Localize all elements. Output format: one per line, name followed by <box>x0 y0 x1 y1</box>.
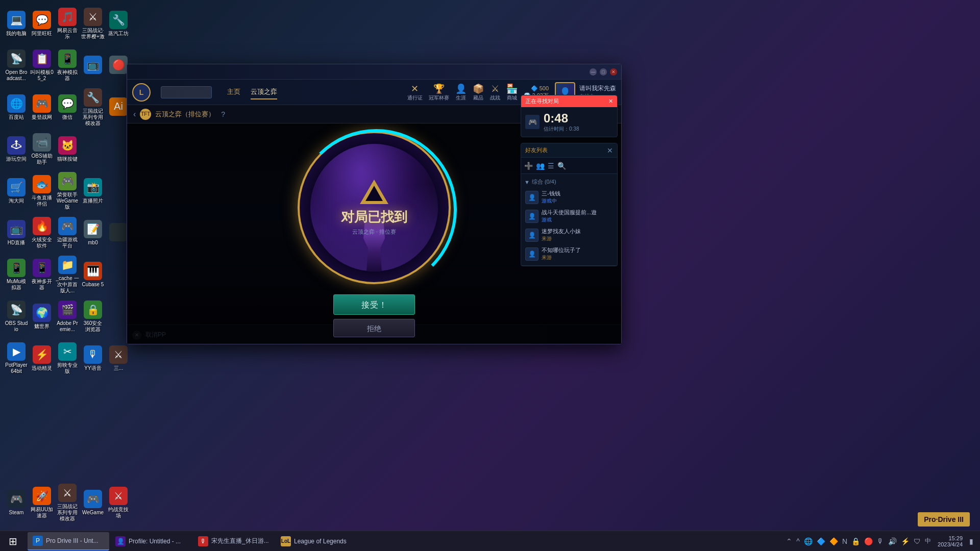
taskbar-item-prodrive[interactable]: P Pro Drive III - Unt... <box>28 532 109 550</box>
tray-clock[interactable]: 15:29 2023/4/24 <box>935 535 966 547</box>
nav-icon-pass[interactable]: ✕ 通行证 <box>407 83 423 102</box>
tray-icon-ENG[interactable]: 中 <box>923 536 933 546</box>
close-button[interactable]: ✕ <box>610 68 617 76</box>
icon-youwan[interactable]: 🕹 游玩空间 <box>4 130 29 168</box>
friends-add-icon[interactable]: ➕ <box>524 162 533 170</box>
icon-mycomputer[interactable]: 💻 我的电脑 <box>4 4 29 43</box>
friends-group-icon[interactable]: 👥 <box>536 162 545 170</box>
friend-item-3[interactable]: 👤 迷梦找友人小妹 来游 <box>524 226 614 244</box>
friend-item-4[interactable]: 👤 不知哪位玩子了 来游 <box>524 244 614 263</box>
accept-match-button[interactable]: 接受！ <box>333 294 415 315</box>
icon-yuezhan[interactable]: ⚔ 约战竞技场 <box>106 483 131 522</box>
nav-icon-shop[interactable]: 🏪 商城 <box>506 83 518 102</box>
icon-wegame2[interactable]: 🎮 WeGame <box>81 483 105 522</box>
icon-aliwangwang[interactable]: 💬 阿里旺旺 <box>30 4 54 43</box>
icon-jiaojiaotemplate[interactable]: 📋 叫叫模板05_2 <box>30 46 54 85</box>
icon-360browser[interactable]: 🔒 360安全浏览器 <box>81 297 105 336</box>
lol-taskbar-icon: LoL <box>281 536 291 546</box>
icon-obs-studio[interactable]: 📡 OBS Studio <box>4 297 29 336</box>
tray-icon-3[interactable]: 🔶 <box>828 536 840 546</box>
icon-chishijie[interactable]: 🌍 魑世界 <box>30 297 54 336</box>
icon-steam-workshop[interactable]: 🔧 蒸汽工坊 <box>106 4 131 43</box>
subnav-back-button[interactable]: ‹ <box>133 110 136 119</box>
match-type-text: 云顶之弈 · 排位赛 <box>352 228 396 236</box>
taskbar-item-label-live: 宋先生直播_休日游... <box>211 537 269 545</box>
misc3-icon <box>109 265 128 283</box>
minimize-button[interactable]: — <box>590 68 597 76</box>
icon-cubase[interactable]: 🎹 Cubase 5 <box>81 255 105 294</box>
icon-netease-music[interactable]: 🎵 网易云音乐 <box>55 4 80 43</box>
icon-wegame[interactable]: 🎮 荣誉联手WeGame版 <box>55 171 80 210</box>
icon-label: OBS Studio <box>5 320 28 333</box>
icon-firewire[interactable]: 🔥 火绒安全软件 <box>30 213 54 252</box>
icon-taobao[interactable]: 🛒 淘大间 <box>4 171 29 210</box>
tray-icon-2[interactable]: 🔷 <box>815 536 827 546</box>
icon-yy[interactable]: 🎙 YY语音 <box>81 339 105 378</box>
icon-yeshen[interactable]: 📱 夜神模拟器 <box>55 46 80 85</box>
friends-panel-close[interactable]: ✕ <box>607 146 613 155</box>
taskbar-item-lol[interactable]: LoL League of Legends <box>276 532 357 550</box>
friend-item-2[interactable]: 👤 战斗天使国服提前...遊 游戏 <box>524 207 614 226</box>
nav-icon-collection[interactable]: 📦 藏品 <box>473 83 484 102</box>
icon-yeshenduokai[interactable]: 📱 夜神多开器 <box>30 255 54 294</box>
icon-hdlive[interactable]: 📺 HD直播 <box>4 213 29 252</box>
tray-chevron-icon[interactable]: ^ <box>795 536 801 546</box>
icon-xundong[interactable]: ⚡ 迅动精灵 <box>30 339 54 378</box>
icon-douyu[interactable]: 🐟 斗鱼直播伴侣 <box>30 171 54 210</box>
icon-obs-helper[interactable]: 📹 OBS辅助助手 <box>30 130 54 168</box>
icon-baidu[interactable]: 🌐 百度站 <box>4 88 29 127</box>
tray-icon-volume[interactable]: 🔊 <box>887 536 898 546</box>
friends-list-icon[interactable]: ☰ <box>548 162 554 170</box>
start-button[interactable]: ⊞ <box>0 531 26 552</box>
icon-san[interactable]: ⚔ 三... <box>106 339 131 378</box>
tray-icon-network[interactable]: 🌐 <box>802 536 814 546</box>
taskbar-item-live[interactable]: 🎙 宋先生直播_休日游... <box>193 532 275 550</box>
friend-avatar-3: 👤 <box>525 229 538 242</box>
icon-photo[interactable]: 📸 直播照片 <box>81 171 105 210</box>
friend-item-1[interactable]: 👤 三-钱钱 游戏中 <box>524 188 614 207</box>
yy-icon: 🎙 <box>84 345 102 364</box>
tray-icon-7[interactable]: ⚡ <box>899 536 911 546</box>
timer-close-button[interactable]: ✕ <box>608 98 613 105</box>
tray-icon-mic[interactable]: 🎙 <box>875 536 886 546</box>
taskbar-item-profile[interactable]: 👤 Profile: Untitled - ... <box>110 532 192 550</box>
icon-teamviewer[interactable]: 📺 <box>81 46 105 85</box>
icon-label: 网易云音乐 <box>56 28 79 40</box>
nav-icon-clash[interactable]: 🏆 冠军杯赛 <box>429 83 449 102</box>
icon-wechat[interactable]: 💬 微信 <box>55 88 80 127</box>
icon-cache[interactable]: 📁 _cache 一次中原首版人... <box>55 255 80 294</box>
tray-icon-5[interactable]: 🔒 <box>850 536 862 546</box>
tray-icon-6[interactable]: 🔴 <box>863 536 874 546</box>
icon-catkey[interactable]: 🐱 猫咪按键 <box>55 130 80 168</box>
icon-mb0[interactable]: 📝 mb0 <box>81 213 105 252</box>
nav-icon-battle[interactable]: ⚔ 战戕 <box>490 83 500 102</box>
tray-icon-1[interactable]: ⌃ <box>785 536 794 546</box>
friends-group: ▼ 综合 (0/4) 👤 三-钱钱 游戏中 👤 战斗天使国服提前...遊 游戏 … <box>521 174 617 266</box>
nav-search-input[interactable] <box>161 86 212 98</box>
icon-jianying[interactable]: ✂ 剪映专业版 <box>55 339 80 378</box>
decline-match-button[interactable]: 拒绝 <box>333 319 415 337</box>
icon-gamemod[interactable]: 🔧 三国战记系列专用模改器 <box>81 88 105 127</box>
nav-tft[interactable]: 云顶之弈 <box>251 85 277 99</box>
tray-icon-4[interactable]: N <box>841 536 849 546</box>
icon-sanguo-mod[interactable]: ⚔ 三国战记系列专用模改器 <box>55 483 80 522</box>
friends-search-icon[interactable]: 🔍 <box>557 162 566 170</box>
tray-show-desktop-button[interactable]: ▮ <box>968 536 975 546</box>
icon-potplayer[interactable]: ▶ PotPlayer 64bit <box>4 339 29 378</box>
maximize-button[interactable]: □ <box>600 68 607 76</box>
icon-frontier[interactable]: 🎮 边疆游戏平台 <box>55 213 80 252</box>
icon-label: 直播照片 <box>83 198 103 204</box>
tray-icon-8[interactable]: 🛡 <box>912 536 922 546</box>
icon-manden[interactable]: 🎮 曼登战网 <box>30 88 54 127</box>
nav-home[interactable]: 主页 <box>227 85 240 99</box>
icon-adobe-premiere[interactable]: 🎬 Adobe Premie... <box>55 297 80 336</box>
icon-steam[interactable]: 🎮 Steam <box>4 483 29 522</box>
icon-uu-accelerator[interactable]: 🚀 网易UU加速器 <box>30 483 54 522</box>
subnav-help-icon[interactable]: ? <box>221 110 225 118</box>
empty-icon <box>84 139 102 158</box>
icon-game1[interactable]: ⚔ 三国战记·世界樱+激 <box>81 4 105 43</box>
icon-obs[interactable]: 📡 Open Broadcast... <box>4 46 29 85</box>
nav-icon-career[interactable]: 👤 生涯 <box>455 83 467 102</box>
icon-mumu[interactable]: 📱 MuMu模拟器 <box>4 255 29 294</box>
teamviewer-icon: 📺 <box>84 56 102 74</box>
